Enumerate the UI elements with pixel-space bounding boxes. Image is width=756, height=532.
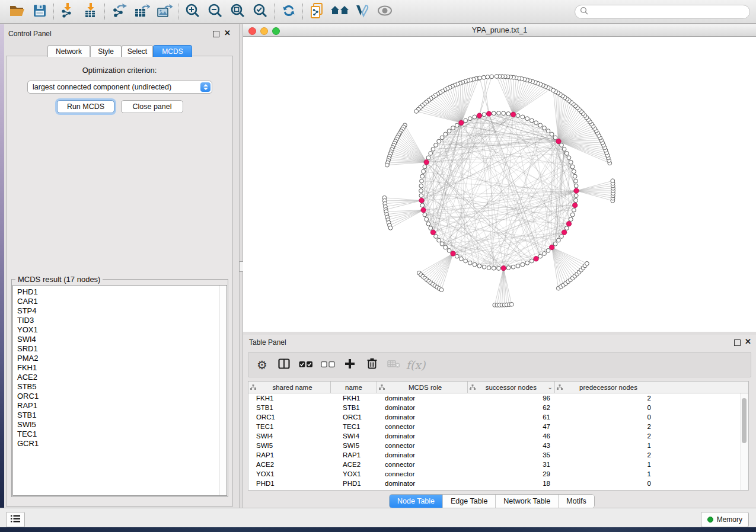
network-view-canvas[interactable] — [243, 37, 756, 332]
mcds-result-item[interactable]: TEC1 — [17, 430, 227, 439]
mcds-result-items: PHD1CAR1STP4TID3YOX1SWI4SRD1PMA2FKH1ACE2… — [13, 286, 227, 448]
network-window-titlebar[interactable]: YPA_prune.txt_1 — [243, 24, 756, 37]
table-toolbar: ⚙ f(x) — [248, 352, 751, 377]
control-panel-close-button[interactable]: ✕ — [224, 30, 231, 37]
function-builder-button[interactable]: f(x) — [407, 356, 425, 374]
table-scrollbar[interactable] — [741, 393, 748, 490]
column-header-name[interactable]: name — [331, 382, 377, 393]
tab-select[interactable]: Select — [122, 45, 153, 57]
tab-mcds[interactable]: MCDS — [153, 45, 192, 57]
task-history-button[interactable] — [6, 512, 25, 527]
export-image-button[interactable] — [153, 2, 176, 22]
memory-button[interactable]: Memory — [701, 512, 749, 527]
add-column-button[interactable] — [341, 356, 359, 374]
zoom-fit-button[interactable] — [227, 2, 249, 22]
table-row[interactable]: STB1STB1dominator620 — [248, 403, 748, 412]
mcds-result-item[interactable]: TID3 — [17, 316, 227, 325]
mcds-result-list[interactable]: PHD1CAR1STP4TID3YOX1SWI4SRD1PMA2FKH1ACE2… — [12, 285, 227, 496]
optimization-criterion-select[interactable]: largest connected component (undirected) — [27, 81, 212, 94]
memory-status-icon — [707, 517, 713, 523]
mcds-list-scrollbar[interactable] — [219, 286, 227, 495]
import-network-button[interactable] — [57, 2, 79, 22]
delete-table-button[interactable] — [385, 356, 403, 374]
column-header-predecessor-nodes[interactable]: predecessor nodes — [555, 382, 656, 393]
column-header-shared-name[interactable]: shared name — [248, 382, 331, 393]
tab-edge-table[interactable]: Edge Table — [442, 495, 495, 508]
show-hide-button[interactable] — [374, 2, 396, 22]
zoom-selected-button[interactable] — [249, 2, 272, 22]
export-network-button[interactable] — [108, 2, 130, 22]
new-network-from-selection-button[interactable] — [306, 2, 328, 22]
column-header-successor-nodes[interactable]: successor nodes⌄ — [468, 382, 555, 393]
deselect-all-button[interactable] — [319, 356, 337, 374]
table-cell: 0 — [555, 414, 656, 421]
tab-network[interactable]: Network — [47, 45, 90, 57]
mcds-result-item[interactable]: GCR1 — [17, 439, 227, 448]
mcds-result-item[interactable]: FKH1 — [17, 363, 227, 373]
mcds-result-item[interactable]: ACE2 — [17, 373, 227, 382]
mcds-result-item[interactable]: YOX1 — [17, 325, 227, 335]
zoom-fit-icon — [230, 3, 245, 21]
mcds-result-item[interactable]: PHD1 — [17, 287, 227, 297]
table-cell: SWI5 — [331, 442, 377, 449]
mcds-result-item[interactable]: SWI4 — [17, 335, 227, 344]
mcds-result-item[interactable]: SWI5 — [17, 420, 227, 430]
table-cell: TEC1 — [248, 423, 331, 430]
tab-node-table[interactable]: Node Table — [390, 495, 442, 508]
table-row[interactable]: FKH1FKH1dominator962 — [248, 393, 748, 403]
search-input[interactable] — [589, 6, 749, 18]
refresh-icon — [281, 3, 296, 21]
table-row[interactable]: YOX1YOX1connector291 — [248, 469, 748, 479]
show-columns-button[interactable] — [275, 356, 293, 374]
save-session-button[interactable] — [28, 2, 51, 22]
zoom-in-button[interactable] — [181, 2, 204, 22]
table-panel-close-button[interactable]: ✕ — [745, 338, 751, 345]
mcds-result-item[interactable]: PMA2 — [17, 354, 227, 363]
run-mcds-button[interactable]: Run MCDS — [57, 100, 114, 113]
column-header-MCDS-role[interactable]: MCDS role — [377, 382, 468, 393]
table-options-button[interactable]: ⚙ — [253, 356, 271, 374]
delete-column-button[interactable] — [363, 356, 381, 374]
mcds-result-item[interactable]: CAR1 — [17, 297, 227, 306]
table-row[interactable]: RAP1RAP1dominator352 — [248, 450, 748, 460]
apply-style-button[interactable] — [351, 2, 374, 22]
first-neighbors-button[interactable] — [328, 2, 351, 22]
mcds-result-item[interactable]: STB1 — [17, 411, 227, 420]
table-row[interactable]: ACE2ACE2connector311 — [248, 460, 748, 469]
vertical-splitter[interactable] — [239, 24, 243, 508]
export-table-button[interactable] — [130, 2, 153, 22]
table-cell: TEC1 — [331, 423, 377, 430]
tab-network-table[interactable]: Network Table — [495, 495, 558, 508]
table-row[interactable]: ORC1ORC1dominator610 — [248, 412, 748, 422]
mcds-result-item[interactable]: STP4 — [17, 306, 227, 316]
tab-motifs[interactable]: Motifs — [558, 495, 594, 508]
control-panel-float-button[interactable] — [213, 31, 219, 37]
column-label: shared name — [256, 384, 328, 391]
mcds-result-item[interactable]: RAP1 — [17, 401, 227, 411]
node-table[interactable]: shared namenameMCDS rolesuccessor nodes⌄… — [248, 381, 749, 491]
eye-icon — [376, 4, 394, 20]
zoom-out-button[interactable] — [204, 2, 227, 22]
table-row[interactable]: PHD1PHD1dominator180 — [248, 479, 748, 488]
table-panel-float-button[interactable] — [734, 339, 741, 346]
select-all-button[interactable] — [297, 356, 315, 374]
close-panel-button[interactable]: Close panel — [121, 100, 183, 113]
mcds-result-item[interactable]: STB5 — [17, 382, 227, 392]
import-table-button[interactable] — [79, 2, 102, 22]
open-session-button[interactable] — [6, 2, 28, 22]
table-cell: STB1 — [248, 404, 331, 411]
export-table-icon — [133, 3, 150, 21]
search-box[interactable] — [575, 5, 750, 19]
desktop-wallpaper-left — [0, 24, 4, 508]
table-scrollbar-thumb[interactable] — [742, 398, 747, 443]
table-row[interactable]: SWI5SWI5connector431 — [248, 441, 748, 450]
table-row[interactable]: SWI4SWI4dominator462 — [248, 431, 748, 441]
table-row[interactable]: TEC1TEC1connector472 — [248, 422, 748, 431]
toolbar-separator — [274, 4, 275, 20]
mcds-result-item[interactable]: ORC1 — [17, 392, 227, 401]
table-cell: 62 — [468, 404, 555, 411]
tab-style[interactable]: Style — [90, 45, 122, 57]
tree-hierarchy-icon — [250, 384, 256, 391]
apply-layout-button[interactable] — [277, 2, 300, 22]
mcds-result-item[interactable]: SRD1 — [17, 344, 227, 354]
